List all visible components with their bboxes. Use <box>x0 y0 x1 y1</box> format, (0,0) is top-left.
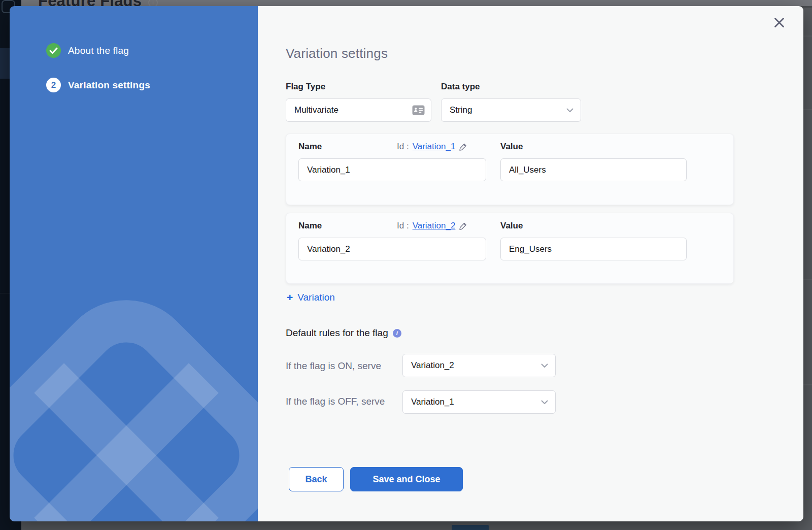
flag-off-rule-label: If the flag is OFF, serve <box>286 394 395 408</box>
backdrop-row-divider <box>803 109 812 110</box>
info-icon: i <box>393 329 401 338</box>
plus-icon: + <box>287 292 293 303</box>
value-label: Value <box>500 142 523 152</box>
value-label: Value <box>500 221 523 231</box>
flag-type-field <box>286 98 431 122</box>
step-label: About the flag <box>68 45 129 56</box>
edit-pencil-icon[interactable] <box>459 222 467 230</box>
page-header-strip: Feature Flags i <box>21 0 812 6</box>
flag-on-rule-label: If the flag is ON, serve <box>286 354 381 377</box>
variation-name-input[interactable] <box>298 158 486 181</box>
save-and-close-button[interactable]: Save and Close <box>350 467 463 491</box>
variation-id-link[interactable]: Variation_2 <box>413 221 456 231</box>
chevron-down-icon <box>566 108 573 113</box>
variation-settings-panel: Variation settings Flag Type Data type S… <box>258 6 803 521</box>
default-rules-title-text: Default rules for the flag <box>286 327 388 339</box>
chevron-down-icon <box>541 363 548 368</box>
variation-card-1: Name Id : Variation_1 Value <box>286 134 734 205</box>
add-variation-label: Variation <box>297 292 335 303</box>
close-icon[interactable] <box>772 15 786 29</box>
backdrop-row-divider <box>803 384 812 385</box>
add-variation-button[interactable]: + Variation <box>287 292 335 303</box>
variation-id-row: Id : Variation_2 <box>397 221 467 231</box>
flag-off-serve-select[interactable]: Variation_1 <box>402 390 556 414</box>
wizard-step-about-the-flag[interactable]: About the flag <box>46 43 129 58</box>
variation-value-input[interactable] <box>500 158 687 181</box>
default-rules-heading: Default rules for the flag i <box>286 327 401 339</box>
step-number-badge: 2 <box>46 78 61 92</box>
name-label: Name <box>298 142 322 152</box>
create-flag-modal: About the flag 2 Variation settings Vari… <box>10 6 803 521</box>
flag-type-label: Flag Type <box>286 82 325 92</box>
chevron-down-icon <box>541 400 548 405</box>
panel-title: Variation settings <box>286 46 388 61</box>
multivariate-card-icon <box>412 105 425 117</box>
variation-value-input[interactable] <box>500 238 687 260</box>
flag-on-serve-select[interactable]: Variation_2 <box>402 354 556 377</box>
back-button[interactable]: Back <box>289 467 344 491</box>
step-label: Variation settings <box>68 80 150 91</box>
backdrop-row-divider <box>803 36 812 37</box>
variation-id-row: Id : Variation_1 <box>397 142 467 152</box>
data-type-select[interactable]: String <box>441 98 581 122</box>
flag-logo-watermark <box>10 293 258 521</box>
step-complete-check-icon <box>46 43 61 58</box>
flag-on-selected-value: Variation_2 <box>411 360 454 371</box>
variation-name-input[interactable] <box>298 238 486 260</box>
backdrop-row-divider <box>803 279 812 280</box>
name-label: Name <box>298 221 322 231</box>
data-type-label: Data type <box>441 82 480 92</box>
backdrop-button-fragment <box>452 525 489 530</box>
id-prefix-label: Id : <box>397 221 409 231</box>
data-type-selected-value: String <box>450 105 472 115</box>
wizard-step-panel: About the flag 2 Variation settings <box>10 6 258 521</box>
wizard-step-variation-settings[interactable]: 2 Variation settings <box>46 78 150 92</box>
flag-off-selected-value: Variation_1 <box>411 397 454 407</box>
flag-type-input[interactable] <box>286 98 431 122</box>
id-prefix-label: Id : <box>397 142 409 152</box>
variation-id-link[interactable]: Variation_1 <box>413 142 456 152</box>
edit-pencil-icon[interactable] <box>459 143 467 151</box>
variation-card-2: Name Id : Variation_2 Value <box>286 213 734 284</box>
